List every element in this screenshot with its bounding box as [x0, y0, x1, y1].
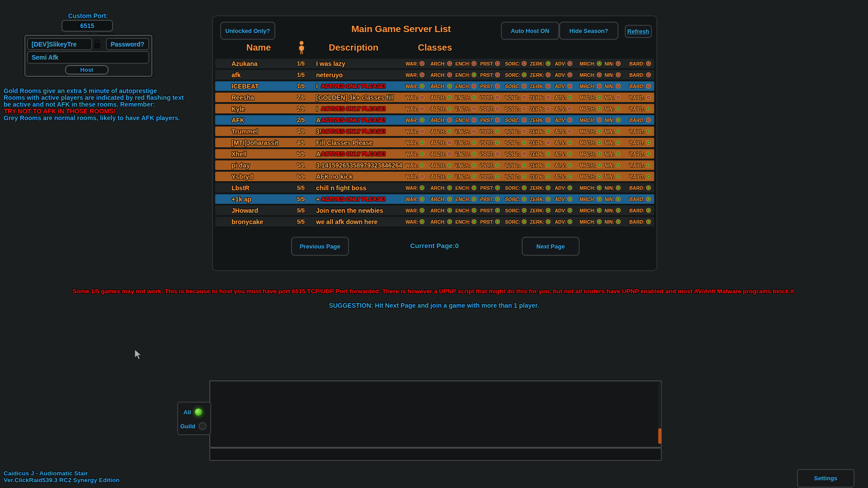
- class-slot-label: WAR:: [406, 185, 418, 191]
- chat-channel-guild[interactable]: Guild: [180, 422, 207, 430]
- server-player-count: 4/5: [297, 140, 316, 146]
- class-slot: ARCH:: [430, 219, 455, 225]
- class-slot-label: PRST:: [480, 174, 494, 179]
- class-slot: BARD:: [629, 163, 654, 168]
- class-slot-dot: [447, 72, 452, 77]
- server-description: IACTIVES ONLY PLEASE!: [316, 83, 406, 90]
- class-slot-dot: [546, 219, 551, 224]
- server-row[interactable]: Azukana1/5I was lazyWAR:ARCH:ENCH:PRST:S…: [215, 59, 654, 68]
- server-row[interactable]: Kyle2/5IACTIVES ONLY PLEASE!WAR:ARCH:ENC…: [215, 104, 654, 113]
- class-slot: MRCH:: [580, 163, 604, 168]
- class-slot-dot: [420, 185, 425, 190]
- server-name: afk: [231, 71, 297, 79]
- settings-button[interactable]: Settings: [797, 469, 854, 488]
- class-slot: ENCH:: [455, 151, 480, 157]
- server-row[interactable]: [MTI]Joharassit4/5Fill Classes PleaseWAR…: [215, 138, 654, 147]
- host-username-input[interactable]: [DEV]SlikeyTre: [27, 38, 92, 50]
- class-slot: SORC:: [505, 219, 530, 225]
- class-slot: MRCH:: [580, 72, 604, 78]
- server-name: JHoward: [231, 207, 297, 214]
- server-row[interactable]: LbstR5/5chill n fight bossWAR:ARCH:ENCH:…: [215, 183, 654, 192]
- server-player-count: 5/5: [297, 162, 316, 169]
- class-slot-label: ENCH:: [455, 163, 470, 168]
- class-slot-label: SORC:: [505, 72, 520, 78]
- class-slot-dot: [567, 174, 572, 179]
- channel-guild-radio[interactable]: [198, 422, 207, 430]
- server-description: AACTIVES ONLY PLEASE!: [316, 150, 406, 158]
- chat-log-box[interactable]: [209, 380, 662, 448]
- class-slot-dot: [646, 61, 651, 66]
- class-slot: WAR:: [406, 219, 430, 225]
- class-slot-dot: [546, 95, 551, 100]
- server-name: bronycake: [231, 218, 297, 225]
- class-slot: MRCH:: [580, 197, 604, 202]
- class-slot-label: SORC:: [505, 219, 520, 225]
- class-slot: BARD:: [629, 117, 654, 123]
- server-row[interactable]: Ysbryd5/5AFK no kickWAR:ARCH:ENCH:PRST:S…: [215, 172, 654, 181]
- auto-host-button[interactable]: Auto Host ON: [501, 22, 559, 40]
- class-slot-dot: [522, 106, 527, 111]
- server-name: AFK: [231, 117, 297, 124]
- host-button[interactable]: Host: [65, 65, 108, 75]
- server-row[interactable]: +1k ap5/5+ACTIVES ONLY PLEASE!WAR:ARCH:E…: [215, 194, 654, 204]
- next-page-button[interactable]: Next Page: [522, 237, 580, 256]
- info-line-warning: TRY NOT TO AFK IN THOSE ROOMS!: [4, 108, 212, 115]
- class-slot: NIN:: [604, 84, 629, 89]
- class-slot-label: SORC:: [505, 197, 520, 202]
- class-slot-dot: [472, 208, 476, 213]
- class-slot-label: MRCH:: [580, 151, 595, 157]
- server-description-text: [GOLDEN] 3k+ classes fill: [316, 94, 394, 101]
- server-row[interactable]: pi day5/53.14159265358979323846264WAR:AR…: [215, 160, 654, 170]
- class-slot: PRST:: [480, 106, 505, 112]
- class-slot-dot: [616, 174, 621, 179]
- class-slot-label: ZERK:: [530, 84, 544, 89]
- class-slot-dot: [567, 208, 572, 213]
- chat-scrollbar-handle[interactable]: [658, 428, 661, 444]
- chat-input[interactable]: [209, 448, 662, 461]
- class-slot-label: BARD:: [629, 219, 645, 225]
- refresh-button[interactable]: Refresh: [625, 25, 652, 38]
- custom-port-label: Custom Port:: [45, 12, 131, 19]
- class-slot-label: NIN:: [604, 72, 614, 78]
- unlocked-only-button[interactable]: Unlocked Only?: [220, 22, 275, 40]
- class-slot: ZERK:: [530, 163, 555, 168]
- class-slot-dot: [646, 117, 651, 122]
- previous-page-button[interactable]: Previous Page: [291, 237, 349, 256]
- server-row[interactable]: Trummel3/53!ACTIVES ONLY PLEASE!WAR:ARCH…: [215, 127, 654, 136]
- class-slot-dot: [495, 106, 500, 111]
- class-slot-label: MRCH:: [580, 219, 595, 225]
- chat-scrollbar[interactable]: [658, 382, 661, 445]
- class-slot-label: SORC:: [505, 117, 520, 123]
- server-row[interactable]: bronycake5/5we all afk down hereWAR:ARCH…: [215, 217, 654, 226]
- class-slot-dot: [546, 151, 551, 156]
- server-row[interactable]: AFK2/5AACTIVES ONLY PLEASE!WAR:ARCH:ENCH…: [215, 115, 654, 125]
- class-slot: ENCH:: [455, 129, 480, 134]
- class-slot: BARD:: [629, 197, 654, 202]
- class-slot-dot: [522, 61, 527, 66]
- class-slot-dot: [646, 95, 651, 100]
- server-class-slots: WAR:ARCH:ENCH:PRST:SORC:ZERK:ADV:MRCH:NI…: [406, 117, 654, 123]
- class-slot-label: PRST:: [480, 95, 494, 100]
- hide-season-button[interactable]: Hide Season?: [559, 22, 618, 40]
- server-row[interactable]: Reesha2/5[GOLDEN] 3k+ classes fillWAR:AR…: [215, 93, 654, 102]
- server-row[interactable]: afk1/5neteruyoWAR:ARCH:ENCH:PRST:SORC:ZE…: [215, 70, 654, 80]
- room-description-input[interactable]: Semi Afk: [27, 51, 149, 64]
- class-slot-dot: [546, 140, 551, 145]
- class-slot-dot: [546, 61, 551, 66]
- channel-all-radio[interactable]: [194, 408, 203, 416]
- class-slot: ADV:: [555, 163, 580, 168]
- custom-port-input[interactable]: 6515: [61, 20, 113, 32]
- server-row[interactable]: ICEBEAT1/5IACTIVES ONLY PLEASE!WAR:ARCH:…: [215, 81, 654, 91]
- server-class-slots: WAR:ARCH:ENCH:PRST:SORC:ZERK:ADV:MRCH:NI…: [406, 151, 654, 157]
- class-slot-label: ADV:: [555, 185, 566, 191]
- server-row[interactable]: Xhell5/5AACTIVES ONLY PLEASE!WAR:ARCH:EN…: [215, 149, 654, 159]
- chat-channel-all[interactable]: All: [184, 408, 203, 416]
- class-slot: ZERK:: [530, 197, 555, 202]
- server-row[interactable]: JHoward5/5Join even the newbiesWAR:ARCH:…: [215, 206, 654, 215]
- class-slot-label: NIN:: [604, 106, 614, 112]
- class-slot: ZERK:: [530, 84, 555, 89]
- class-slot-dot: [420, 129, 425, 134]
- class-slot-dot: [522, 174, 527, 179]
- player-count-icon: [297, 41, 307, 55]
- password-button[interactable]: Password?: [106, 38, 149, 50]
